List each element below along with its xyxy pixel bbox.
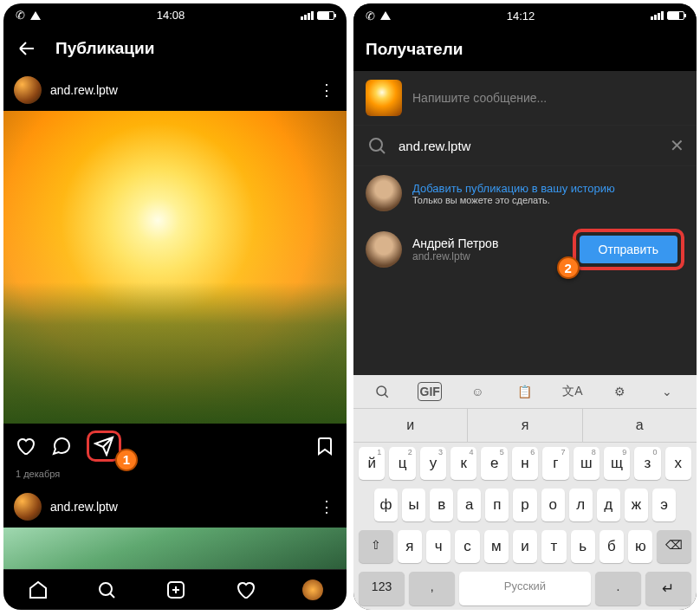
suggestion[interactable]: и bbox=[353, 409, 468, 442]
key-щ[interactable]: щ9 bbox=[604, 447, 630, 480]
key-г[interactable]: г7 bbox=[542, 447, 568, 480]
key-л[interactable]: л bbox=[569, 489, 593, 521]
clear-icon[interactable]: ✕ bbox=[670, 135, 684, 156]
keyboard-suggestions: и я а bbox=[353, 409, 697, 443]
key-х[interactable]: х bbox=[665, 447, 691, 480]
suggestion[interactable]: я bbox=[468, 409, 582, 442]
period-key[interactable]: . bbox=[595, 572, 641, 605]
space-key[interactable]: Русский bbox=[459, 572, 591, 605]
nav-activity-icon[interactable] bbox=[234, 579, 256, 601]
key-р[interactable]: р bbox=[513, 489, 536, 521]
add-to-story-row[interactable]: Добавить публикацию в вашу историю Тольк… bbox=[353, 166, 697, 220]
share-icon[interactable] bbox=[93, 435, 115, 457]
message-input[interactable]: Напишите сообщение... bbox=[412, 91, 547, 105]
compose-row: Напишите сообщение... bbox=[353, 71, 697, 126]
kbd-search-icon[interactable] bbox=[370, 382, 394, 401]
nav-home-icon[interactable] bbox=[27, 579, 49, 601]
post-actions: 1 bbox=[3, 424, 347, 469]
status-time: 14:08 bbox=[157, 9, 185, 22]
play-store-icon bbox=[380, 11, 391, 20]
key-с[interactable]: с bbox=[455, 530, 479, 563]
key-п[interactable]: п bbox=[485, 489, 509, 521]
battery-icon bbox=[667, 11, 684, 20]
signal-icon bbox=[651, 11, 664, 20]
key-ц[interactable]: ц2 bbox=[389, 447, 415, 480]
search-input[interactable]: and.rew.lptw bbox=[399, 139, 659, 153]
suggestion[interactable]: а bbox=[583, 409, 697, 442]
like-icon[interactable] bbox=[14, 435, 36, 457]
key-н[interactable]: н6 bbox=[512, 447, 538, 480]
key-й[interactable]: й1 bbox=[359, 447, 385, 480]
post2-header: and.rew.lptw ⋮ bbox=[3, 486, 347, 528]
key-ф[interactable]: ф bbox=[374, 489, 398, 521]
key-ж[interactable]: ж bbox=[625, 489, 648, 521]
key-з[interactable]: з0 bbox=[634, 447, 660, 480]
kbd-translate-icon[interactable]: 文A bbox=[561, 382, 585, 401]
post-image[interactable] bbox=[3, 111, 347, 424]
more-icon[interactable]: ⋮ bbox=[319, 497, 336, 516]
key-д[interactable]: д bbox=[597, 489, 620, 521]
key-я[interactable]: я bbox=[398, 530, 422, 563]
shift-key[interactable]: ⇧ bbox=[359, 530, 393, 563]
key-ч[interactable]: ч bbox=[426, 530, 450, 563]
post-username[interactable]: and.rew.lptw bbox=[50, 83, 310, 97]
page-title: Получатели bbox=[366, 40, 463, 59]
recipient-name: Андрей Петров bbox=[412, 236, 498, 250]
back-icon[interactable] bbox=[16, 37, 38, 60]
story-title: Добавить публикацию в вашу историю bbox=[412, 182, 615, 195]
kbd-clipboard-icon[interactable]: 📋 bbox=[513, 382, 537, 401]
battery-icon bbox=[317, 11, 334, 20]
keyboard: GIF ☺ 📋 文A ⚙ ⌄ и я а й1ц2у3к4е5н6г7ш8щ9з… bbox=[353, 375, 697, 610]
comment-icon[interactable] bbox=[50, 435, 73, 457]
bottom-nav bbox=[3, 569, 347, 610]
viber-icon: ✆ bbox=[366, 10, 375, 23]
kbd-settings-icon[interactable]: ⚙ bbox=[608, 382, 632, 401]
comma-key[interactable]: , bbox=[409, 572, 455, 605]
viber-icon: ✆ bbox=[16, 9, 25, 22]
annotation-badge-2: 2 bbox=[557, 256, 580, 279]
svg-point-0 bbox=[100, 583, 112, 595]
search-row: and.rew.lptw ✕ bbox=[353, 126, 697, 166]
kbd-gif-icon[interactable]: GIF bbox=[418, 382, 442, 401]
key-э[interactable]: э bbox=[652, 489, 676, 521]
key-ь[interactable]: ь bbox=[571, 530, 595, 563]
post2-image[interactable] bbox=[3, 528, 347, 570]
keyboard-row-3: ⇧ ячсмитьбю ⌫ bbox=[353, 526, 697, 567]
page-title: Публикации bbox=[55, 39, 154, 58]
enter-key[interactable]: ↵ bbox=[645, 572, 691, 605]
send-button[interactable]: Отправить bbox=[580, 236, 677, 263]
post-header: and.rew.lptw ⋮ bbox=[3, 69, 347, 111]
key-м[interactable]: м bbox=[484, 530, 509, 563]
key-ш[interactable]: ш8 bbox=[574, 447, 600, 480]
avatar[interactable] bbox=[366, 231, 402, 268]
numeric-key[interactable]: 123 bbox=[359, 572, 405, 605]
key-ы[interactable]: ы bbox=[402, 489, 425, 521]
key-в[interactable]: в bbox=[430, 489, 453, 521]
keyboard-row-4: 123 , Русский . ↵ bbox=[353, 567, 697, 610]
key-а[interactable]: а bbox=[457, 489, 481, 521]
key-ю[interactable]: ю bbox=[628, 530, 652, 563]
svg-point-3 bbox=[377, 386, 386, 396]
key-о[interactable]: о bbox=[541, 489, 565, 521]
key-у[interactable]: у3 bbox=[420, 447, 446, 480]
nav-add-icon[interactable] bbox=[165, 579, 187, 601]
avatar[interactable] bbox=[14, 493, 42, 521]
kbd-sticker-icon[interactable]: ☺ bbox=[465, 382, 489, 401]
key-к[interactable]: к4 bbox=[450, 447, 476, 480]
status-bar: ✆ 14:08 bbox=[3, 3, 347, 27]
key-т[interactable]: т bbox=[541, 530, 566, 563]
bookmark-icon[interactable] bbox=[314, 435, 336, 457]
kbd-expand-icon[interactable]: ⌄ bbox=[655, 382, 679, 401]
post-username[interactable]: and.rew.lptw bbox=[50, 500, 310, 514]
backspace-key[interactable]: ⌫ bbox=[657, 530, 691, 563]
key-и[interactable]: и bbox=[513, 530, 537, 563]
key-б[interactable]: б bbox=[600, 530, 624, 563]
more-icon[interactable]: ⋮ bbox=[319, 81, 336, 100]
send-highlight: Отправить 2 bbox=[573, 229, 684, 270]
signal-icon bbox=[301, 11, 314, 20]
nav-profile-icon[interactable] bbox=[302, 579, 323, 600]
nav-search-icon[interactable] bbox=[95, 579, 118, 601]
app-header: Получатели bbox=[353, 28, 697, 71]
key-е[interactable]: е5 bbox=[481, 447, 507, 480]
avatar[interactable] bbox=[14, 76, 42, 104]
